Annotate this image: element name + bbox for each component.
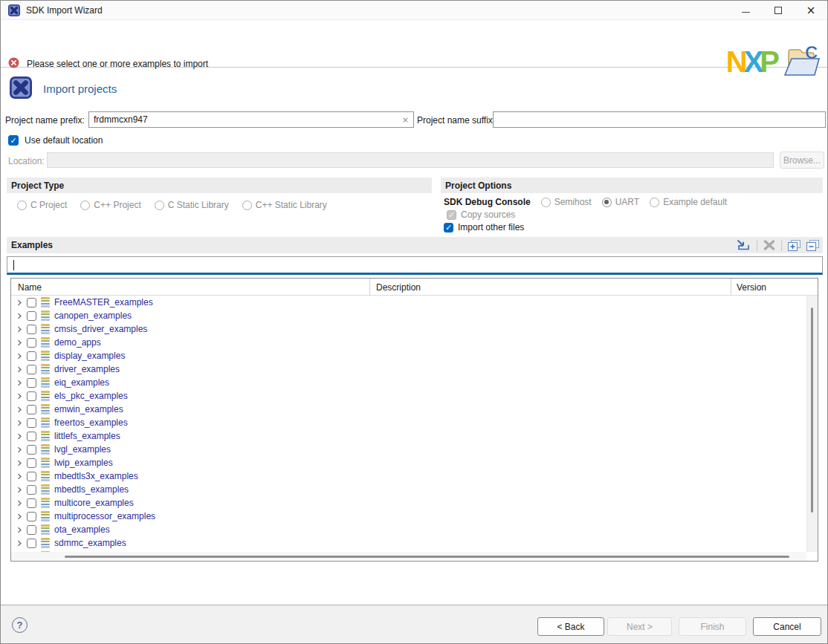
example-checkbox[interactable] bbox=[27, 539, 36, 548]
example-tree-row[interactable]: FreeMASTER_examples bbox=[11, 296, 806, 309]
example-name[interactable]: canopen_examples bbox=[54, 310, 132, 321]
example-checkbox[interactable] bbox=[27, 311, 36, 321]
example-tree-row[interactable]: display_examples bbox=[11, 349, 806, 362]
minimize-button[interactable] bbox=[729, 1, 762, 20]
example-name[interactable]: multiprocessor_examples bbox=[54, 511, 155, 521]
example-name[interactable]: driver_examples bbox=[54, 364, 120, 374]
horizontal-scrollbar[interactable] bbox=[11, 552, 806, 561]
expander-chevron-icon[interactable] bbox=[16, 473, 22, 480]
vertical-scrollbar[interactable] bbox=[806, 296, 818, 552]
example-tree-row[interactable]: littlefs_examples bbox=[11, 429, 806, 443]
example-name[interactable]: els_pkc_examples bbox=[54, 391, 128, 401]
expander-chevron-icon[interactable] bbox=[16, 313, 22, 319]
example-name[interactable]: littlefs_examples bbox=[54, 431, 120, 441]
example-tree-row[interactable]: freertos_examples bbox=[11, 416, 806, 429]
expander-chevron-icon[interactable] bbox=[16, 406, 22, 413]
example-name[interactable]: emwin_examples bbox=[54, 404, 123, 414]
example-tree-row[interactable]: driver_examples bbox=[11, 362, 806, 376]
example-name[interactable]: display_examples bbox=[54, 351, 125, 361]
back-button[interactable]: < Back bbox=[537, 617, 604, 636]
expander-chevron-icon[interactable] bbox=[16, 487, 22, 493]
example-checkbox[interactable] bbox=[27, 298, 36, 308]
expander-chevron-icon[interactable] bbox=[16, 420, 22, 426]
expander-chevron-icon[interactable] bbox=[16, 433, 22, 440]
expander-chevron-icon[interactable] bbox=[16, 299, 22, 306]
example-checkbox[interactable] bbox=[27, 391, 36, 401]
example-name[interactable]: mbedtls_examples bbox=[54, 484, 129, 495]
help-button[interactable]: ? bbox=[12, 617, 28, 633]
example-name[interactable]: freertos_examples bbox=[54, 417, 128, 428]
example-checkbox[interactable] bbox=[27, 472, 36, 481]
example-name[interactable]: mbedtls3x_examples bbox=[54, 471, 138, 481]
example-name[interactable]: ota_examples bbox=[54, 524, 110, 535]
horizontal-scrollbar-thumb[interactable] bbox=[65, 556, 789, 558]
example-checkbox[interactable] bbox=[27, 458, 36, 468]
example-tree-row[interactable]: lvgl_examples bbox=[11, 443, 806, 456]
project-name-suffix-input[interactable] bbox=[493, 111, 826, 128]
example-tree-row[interactable]: mbedtls_examples bbox=[11, 483, 806, 496]
example-tree-row[interactable]: canopen_examples bbox=[11, 309, 806, 322]
expander-chevron-icon[interactable] bbox=[16, 460, 22, 466]
expander-chevron-icon[interactable] bbox=[16, 380, 22, 386]
cancel-button[interactable]: Cancel bbox=[753, 617, 821, 636]
expander-chevron-icon[interactable] bbox=[16, 326, 22, 333]
collapse-all-icon[interactable] bbox=[806, 240, 819, 251]
column-header-name[interactable]: Name bbox=[18, 282, 42, 293]
example-name[interactable]: cmsis_driver_examples bbox=[54, 324, 147, 334]
example-name[interactable]: multicore_examples bbox=[54, 498, 134, 508]
use-default-location-checkbox[interactable] bbox=[8, 135, 19, 146]
expander-chevron-icon[interactable] bbox=[16, 513, 22, 520]
expand-all-icon[interactable] bbox=[788, 240, 800, 251]
example-tree-row[interactable]: cmsis_driver_examples bbox=[11, 322, 806, 336]
example-name[interactable]: lwip_examples bbox=[54, 458, 113, 468]
example-checkbox[interactable] bbox=[27, 525, 36, 535]
column-separator[interactable] bbox=[731, 279, 731, 296]
expander-chevron-icon[interactable] bbox=[16, 366, 22, 373]
example-checkbox[interactable] bbox=[27, 351, 36, 361]
example-name[interactable]: FreeMASTER_examples bbox=[54, 297, 153, 308]
expander-chevron-icon[interactable] bbox=[16, 339, 22, 346]
example-checkbox[interactable] bbox=[27, 378, 36, 388]
example-checkbox[interactable] bbox=[27, 432, 36, 441]
example-tree-row[interactable]: ota_examples bbox=[11, 523, 806, 536]
example-checkbox[interactable] bbox=[27, 445, 36, 455]
column-separator[interactable] bbox=[369, 279, 370, 296]
close-button[interactable]: × bbox=[795, 1, 827, 20]
expander-chevron-icon[interactable] bbox=[16, 446, 22, 453]
example-tree-row[interactable]: els_pkc_examples bbox=[11, 389, 806, 403]
example-tree-row[interactable]: sdmmc_examples bbox=[11, 536, 806, 550]
example-name[interactable]: sdmmc_examples bbox=[54, 538, 126, 548]
clear-prefix-icon[interactable]: × bbox=[402, 115, 409, 125]
maximize-button[interactable] bbox=[762, 1, 795, 20]
example-name[interactable]: lvgl_examples bbox=[54, 444, 111, 455]
import-from-sdk-icon[interactable] bbox=[736, 239, 751, 251]
example-name[interactable]: demo_apps bbox=[54, 337, 101, 348]
example-checkbox[interactable] bbox=[27, 325, 36, 334]
expander-chevron-icon[interactable] bbox=[16, 540, 22, 547]
example-tree-row[interactable]: lwip_examples bbox=[11, 456, 806, 469]
example-tree-row[interactable]: multicore_examples bbox=[11, 496, 806, 510]
example-checkbox[interactable] bbox=[27, 485, 36, 495]
expander-chevron-icon[interactable] bbox=[16, 393, 22, 400]
example-checkbox[interactable] bbox=[27, 498, 36, 508]
example-checkbox[interactable] bbox=[27, 365, 36, 374]
vertical-scrollbar-thumb[interactable] bbox=[811, 308, 813, 513]
example-checkbox[interactable] bbox=[27, 512, 36, 521]
example-checkbox[interactable] bbox=[27, 338, 36, 348]
expander-chevron-icon[interactable] bbox=[16, 527, 22, 533]
example-tree-row[interactable]: demo_apps bbox=[11, 336, 806, 349]
example-tree-row[interactable]: eiq_examples bbox=[11, 376, 806, 389]
example-tree-row[interactable]: multiprocessor_examples bbox=[11, 510, 806, 523]
example-tree-row[interactable]: emwin_examples bbox=[11, 403, 806, 416]
project-name-prefix-input[interactable]: frdmmcxn947 × bbox=[88, 111, 414, 128]
example-checkbox[interactable] bbox=[27, 405, 36, 414]
example-checkbox[interactable] bbox=[27, 418, 36, 428]
expander-chevron-icon[interactable] bbox=[16, 500, 22, 507]
column-header-description[interactable]: Description bbox=[376, 282, 421, 293]
column-header-version[interactable]: Version bbox=[737, 282, 766, 293]
expander-chevron-icon[interactable] bbox=[16, 353, 22, 360]
example-tree-row[interactable]: mbedtls3x_examples bbox=[11, 469, 806, 483]
example-name[interactable]: eiq_examples bbox=[54, 377, 109, 388]
import-other-files-checkbox[interactable] bbox=[444, 223, 453, 232]
examples-filter-input[interactable] bbox=[7, 256, 823, 275]
